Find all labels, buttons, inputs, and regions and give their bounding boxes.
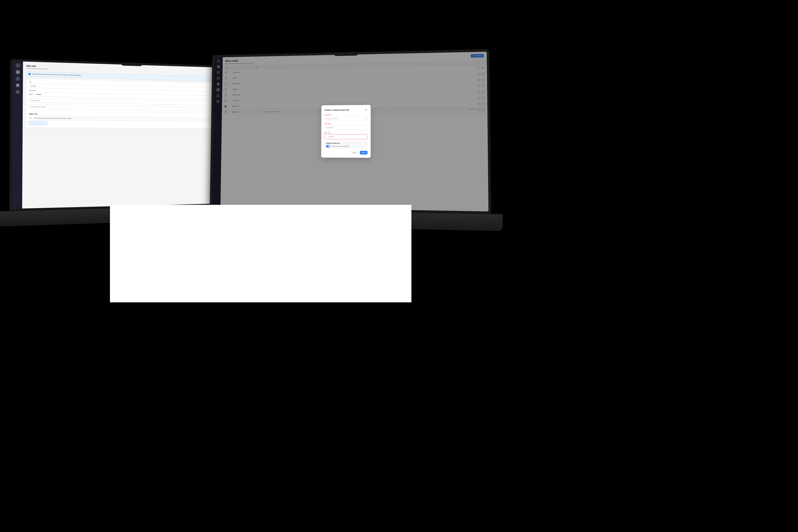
pref-label: Show link on Agency Sidebar (331, 146, 349, 147)
modal-overlay[interactable]: Create a custom menu link × Link Icon * … (212, 52, 488, 211)
create-menu-link-modal: Create a custom menu link × Link Icon * … (321, 105, 371, 158)
right-screen-inner: ⌂ 📊 ⚡ ✉ 📄 ⚙ 📺 ▦ Menu Links + Create (212, 52, 488, 211)
url-input[interactable] (324, 134, 367, 139)
info-icon: i (28, 73, 31, 75)
magic-link-user-label: User (29, 117, 32, 119)
chevron-down-icon: ▾ (365, 118, 366, 119)
pref-row: Show link on Agency Sidebar (326, 145, 366, 147)
sidebar-icon-users[interactable]: 👤 (16, 77, 20, 81)
regenerate-button[interactable]: Regenerate Magic Link (29, 121, 48, 125)
modal-close-button[interactable]: × (364, 108, 367, 111)
icon-select-placeholder: Click to select icon (326, 118, 338, 119)
link-icon-required: * (331, 114, 331, 115)
cancel-button[interactable]: Cancel (350, 151, 359, 154)
modal-header: Create a custom menu link × (324, 108, 367, 112)
link-title-required: * (331, 123, 331, 125)
link-title-label: Link Title * (324, 123, 367, 125)
right-screen-outer: ⌂ 📊 ⚡ ✉ 📄 ⚙ 📺 ▦ Menu Links + Create (210, 49, 491, 214)
icon-select-dropdown[interactable]: Click to select icon ▾ (324, 116, 367, 121)
left-notch (121, 62, 142, 66)
sidebar-pref-title: Sidebar Preference (326, 142, 366, 144)
link-icon-label: Link Icon * (324, 114, 367, 115)
link-title-field: Link Title * (324, 123, 367, 130)
modal-title: Create a custom menu link (324, 109, 349, 111)
sidebar-icon-settings[interactable]: ⚙ (16, 70, 20, 74)
link-icon-field: Link Icon * Click to select icon ▾ (324, 114, 367, 121)
sidebar-preference-section: Sidebar Preference Show link on Agency S… (324, 141, 367, 149)
modal-footer: Cancel Save (324, 151, 367, 154)
subdomain-prefix: https:// (29, 93, 34, 95)
left-sidebar: ⌂ ⚙ 👤 📊 ✉ (12, 61, 23, 209)
sidebar-icon-home[interactable]: ⌂ (16, 63, 20, 68)
url-link-icon: 🔗 (328, 132, 330, 134)
url-input-wrapper (324, 134, 367, 139)
sidebar-icon-mail[interactable]: ✉ (15, 90, 20, 94)
table-surface-right (110, 205, 412, 302)
url-field: URL 🔗 (324, 132, 367, 139)
show-on-sidebar-toggle[interactable] (326, 145, 331, 147)
url-label: URL 🔗 (324, 132, 367, 133)
banner-text: We've just announced a new way to take c… (32, 73, 229, 80)
magic-link-input[interactable] (33, 116, 230, 122)
save-button[interactable]: Save (360, 151, 367, 154)
sidebar-icon-chart[interactable]: 📊 (15, 83, 20, 87)
link-title-input[interactable] (324, 125, 367, 130)
